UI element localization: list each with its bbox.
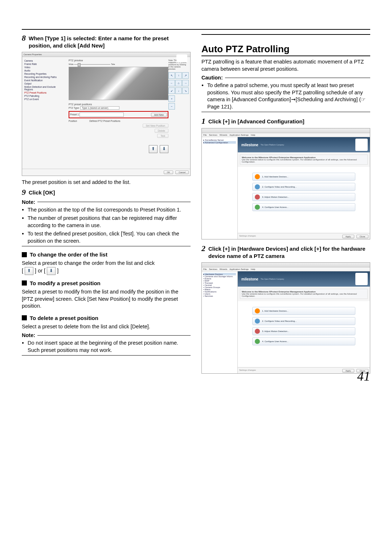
wizard-add-hardware[interactable]: 1. Add Hardware Devices...	[252, 173, 355, 181]
sub-modify-preset: To modify a preset position	[22, 280, 191, 286]
apply-button[interactable]: Apply	[342, 369, 354, 373]
page-number: 41	[357, 369, 370, 384]
wizard-user-access[interactable]: 4. Configure User Access...	[252, 203, 355, 211]
down-arrow-icon: ⬇	[47, 267, 56, 275]
mgmt-screenshot-1: File Services Wizards Application Settin…	[201, 128, 370, 239]
caution-label: Caution:	[201, 75, 223, 81]
note-label-2: Note:	[22, 332, 35, 338]
step-9-text: Click [OK]	[29, 188, 55, 196]
wizard-configure-video[interactable]: 2. Configure Video and Recording...	[252, 183, 355, 191]
sub-delete-preset: To delete a preset position	[22, 315, 191, 321]
brand-name: milestone	[241, 143, 258, 147]
brand-logo-icon	[355, 139, 368, 151]
step-9-notes: The position at the top of the list corr…	[22, 206, 191, 245]
move-up-icon[interactable]: ⬆	[149, 145, 158, 153]
step-8-number: 8	[22, 34, 26, 42]
apply-button[interactable]: Apply	[342, 235, 354, 238]
change-order-text: Select a preset to change the order from…	[22, 260, 191, 275]
section-heading: Auto PTZ Patrolling	[201, 44, 370, 56]
modify-preset-text: Select a preset to modify from the list …	[22, 288, 191, 310]
step-9-number: 9	[22, 188, 26, 196]
caution-list: To define a patrol scheme, you must spec…	[201, 82, 370, 110]
wizard-add-hardware[interactable]: 1. Add Hardware Devices...	[252, 307, 355, 315]
step-8-result: The preset position is set and added to …	[22, 179, 191, 186]
note-label: Note:	[22, 199, 35, 205]
camera-properties-screenshot: Camera Properties Camera Frame Rate Vide…	[22, 52, 191, 176]
section-intro: PTZ patrolling is a feature that enables…	[201, 58, 370, 73]
wizard-motion-detection[interactable]: 3. Adjust Motion Detection...	[252, 193, 355, 201]
right-step-2-number: 2	[201, 245, 205, 253]
mgmt-tree-2: ▸ Hardware Devices • Cameras and Storage…	[202, 271, 238, 374]
sub-change-order: To change the order of the list	[22, 251, 191, 258]
cancel-button[interactable]: Cancel	[175, 171, 189, 174]
right-step-1-number: 1	[201, 117, 205, 125]
brand-logo-icon	[355, 273, 368, 285]
preset-name-input[interactable]	[79, 112, 124, 117]
cam-title: Camera Properties	[24, 53, 42, 56]
right-step-2-text: Click [+] in [Hardware Devices] and clic…	[208, 245, 370, 259]
wizard-user-access[interactable]: 4. Configure User Access...	[252, 337, 355, 345]
ptz-controls[interactable]: ↖↑↗ ←⌂→ ↙↓↘	[168, 72, 188, 94]
up-arrow-icon: ⬆	[25, 267, 33, 275]
right-step-1-text: Click [+] in [Advanced Configuration]	[208, 117, 305, 125]
brand-logo-icon	[176, 54, 187, 62]
ok-button[interactable]: OK	[164, 171, 173, 174]
preset-input-highlight: Preset 1 Add New	[69, 111, 168, 118]
delete-notes: Do not insert space at the beginning of …	[22, 340, 191, 354]
mgmt-screenshot-2: File Services Wizards Application Settin…	[201, 262, 370, 374]
delete-button[interactable]: Delete	[155, 129, 168, 133]
cam-sidebar: Camera Frame Rate Video Audio Recording …	[22, 57, 66, 172]
close-button[interactable]: Close	[356, 235, 368, 238]
mgmt-tree-1: ▸ Surveillance Server ▸ Advanced Configu…	[202, 137, 238, 239]
wizard-motion-detection[interactable]: 3. Adjust Motion Detection...	[252, 327, 355, 335]
wizard-configure-video[interactable]: 2. Configure Video and Recording...	[252, 317, 355, 325]
set-new-position-button[interactable]: Set New Position	[143, 124, 168, 128]
camera-preview-image	[69, 67, 168, 100]
add-new-button[interactable]: Add New	[151, 113, 167, 117]
delete-preset-text: Select a preset to delete from the list …	[22, 323, 191, 331]
move-down-icon[interactable]: ⬇	[160, 145, 168, 153]
test-button[interactable]: Test	[157, 134, 168, 138]
step-8-text: When [Type 1] is selected: Enter a name …	[29, 34, 191, 49]
ptz-preview-label: PTZ preview	[69, 59, 168, 62]
